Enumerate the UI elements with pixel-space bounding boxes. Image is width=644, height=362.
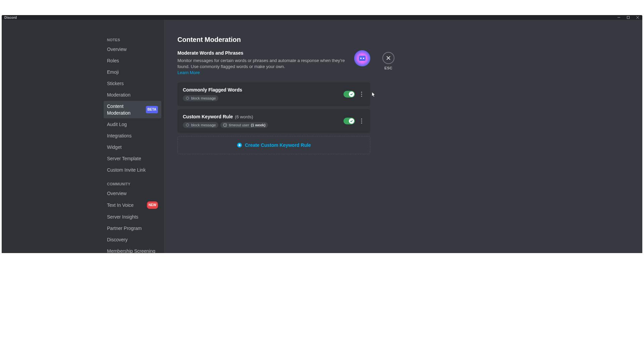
clock-icon [223, 123, 227, 127]
close-window-button[interactable] [633, 15, 642, 20]
sidebar-item-label: Roles [107, 57, 158, 64]
sidebar-item-discovery[interactable]: Discovery [104, 234, 161, 245]
action-tag-block-message: block message [183, 95, 218, 101]
svg-point-20 [361, 123, 362, 124]
app-name: Discord [4, 16, 17, 19]
sidebar-item-label: Widget [107, 144, 158, 150]
sidebar-item-label: Discovery [107, 236, 158, 243]
action-tag-label: block message [191, 96, 216, 100]
rule-title: Commonly Flagged Words [183, 87, 242, 93]
sidebar-item-label: Text In Voice [107, 202, 145, 208]
sidebar-item-label: Server Insights [107, 214, 158, 220]
svg-point-12 [361, 94, 362, 95]
mouse-cursor-icon [372, 92, 376, 99]
svg-rect-5 [359, 56, 366, 61]
section-description: Monitor messages for certain words or ph… [177, 58, 347, 76]
section-subtitle: Moderate Words and Phrases [177, 50, 347, 56]
sidebar-item-label: Overview [107, 190, 158, 197]
svg-rect-1 [627, 16, 630, 19]
action-tag-block-message: block message [183, 122, 218, 128]
sidebar-item-moderation[interactable]: Moderation [104, 89, 161, 100]
sidebar-item-widget[interactable]: Widget [104, 142, 161, 153]
automod-avatar-icon [354, 50, 370, 66]
more-vertical-icon [361, 92, 362, 97]
sidebar-item-label: Audit Log [107, 121, 158, 128]
action-tag-duration: (1 week) [251, 123, 265, 127]
sidebar-item-label: Emoji [107, 69, 158, 75]
sidebar-item-server-insights[interactable]: Server Insights [104, 212, 161, 222]
sidebar-item-label: Content Moderation [107, 103, 144, 116]
sidebar-item-label: Overview [107, 46, 158, 53]
svg-point-11 [361, 92, 362, 93]
close-icon [386, 55, 391, 61]
minimize-button[interactable] [614, 15, 624, 20]
svg-point-7 [363, 58, 364, 59]
beta-badge: BETA [146, 106, 158, 113]
learn-more-link[interactable]: Learn More [177, 70, 200, 75]
sidebar-item-emoji[interactable]: Emoji [104, 67, 161, 77]
sidebar-item-stickers[interactable]: Stickers [104, 78, 161, 89]
svg-point-13 [361, 96, 362, 97]
sidebar-item-label: Integrations [107, 132, 158, 139]
sidebar-item-community-overview[interactable]: Overview [104, 188, 161, 199]
content-region: Content Moderation Moderate Words and Ph… [164, 20, 642, 253]
sidebar-item-label: Membership Screening [107, 248, 158, 253]
rule-word-count: (6 words) [235, 114, 253, 119]
rule-toggle[interactable] [343, 118, 355, 124]
sidebar-item-membership-screening[interactable]: Membership Screening [104, 246, 161, 253]
page-title: Content Moderation [177, 36, 370, 44]
sidebar-item-label: Moderation [107, 92, 158, 98]
sidebar-item-integrations[interactable]: Integrations [104, 130, 161, 141]
sidebar-item-partner-program[interactable]: Partner Program [104, 223, 161, 234]
titlebar: Discord [2, 15, 642, 20]
sidebar-item-audit-log[interactable]: Audit Log [104, 119, 161, 130]
new-badge: NEW [147, 201, 158, 209]
block-icon [185, 96, 190, 100]
rule-card-commonly-flagged[interactable]: Commonly Flagged Words block message [177, 82, 370, 106]
esc-label: ESC [384, 66, 392, 70]
sidebar-section-notes: NOTES [104, 36, 161, 44]
rule-more-button[interactable] [358, 90, 365, 98]
sidebar-item-text-in-voice[interactable]: Text In VoiceNEW [104, 199, 161, 211]
create-custom-keyword-rule-button[interactable]: Create Custom Keyword Rule [177, 136, 370, 154]
action-tag-timeout-user: timeout user (1 week) [220, 122, 268, 128]
discord-window: Discord NOTES Overview Roles Emoji Stick… [2, 15, 642, 253]
create-rule-label: Create Custom Keyword Rule [245, 142, 311, 148]
sidebar-item-overview[interactable]: Overview [104, 44, 161, 55]
sidebar-item-custom-invite-link[interactable]: Custom Invite Link [104, 165, 161, 175]
sidebar-section-community: COMMUNITY [104, 180, 161, 188]
svg-point-19 [361, 121, 362, 122]
svg-point-6 [360, 58, 362, 59]
sidebar-item-content-moderation[interactable]: Content ModerationBETA [104, 101, 161, 118]
more-vertical-icon [361, 118, 362, 124]
settings-sidebar: NOTES Overview Roles Emoji Stickers Mode… [2, 20, 164, 253]
rule-more-button[interactable] [358, 117, 365, 125]
sidebar-item-label: Custom Invite Link [107, 167, 158, 173]
sidebar-item-label: Server Template [107, 155, 158, 162]
sidebar-item-label: Stickers [107, 80, 158, 87]
maximize-button[interactable] [624, 15, 633, 20]
close-settings-button[interactable]: ESC [382, 52, 394, 70]
svg-point-18 [361, 119, 362, 120]
rule-title: Custom Keyword Rule [183, 114, 233, 119]
check-icon [350, 93, 353, 96]
action-tag-label: block message [191, 123, 216, 127]
block-icon [185, 123, 190, 127]
sidebar-item-roles[interactable]: Roles [104, 55, 161, 66]
sidebar-item-server-template[interactable]: Server Template [104, 153, 161, 164]
sidebar-item-label: Partner Program [107, 225, 158, 232]
check-icon [350, 119, 353, 123]
plus-circle-icon [237, 142, 242, 148]
action-tag-label: timeout user [229, 123, 249, 127]
rule-card-custom-keyword[interactable]: Custom Keyword Rule (6 words) block mess… [177, 109, 370, 133]
rule-toggle[interactable] [343, 91, 355, 98]
